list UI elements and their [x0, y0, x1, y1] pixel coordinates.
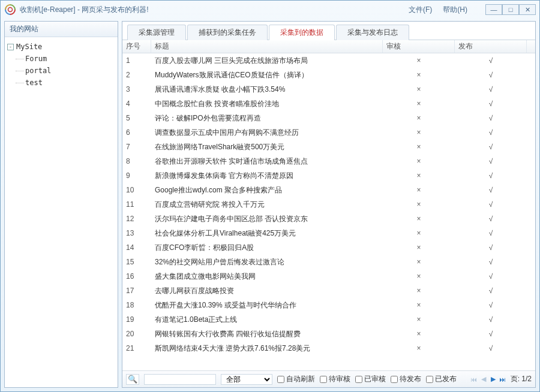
cell-publish: √: [455, 143, 527, 151]
cell-title: 优酷开盘大涨10.39% 或受益与时代华纳合作: [151, 300, 383, 310]
collapse-icon[interactable]: -: [7, 44, 14, 50]
menu-file[interactable]: 文件(F): [409, 5, 432, 15]
table-row[interactable]: 16盛大集团成立微电影网站美我网×√: [122, 269, 535, 284]
first-page-icon[interactable]: ⏮: [470, 375, 478, 384]
table-row[interactable]: 18优酷开盘大涨10.39% 或受益与时代华纳合作×√: [122, 298, 535, 312]
cell-seq: 5: [122, 114, 151, 122]
sidebar: 我的网站 - MySite Forumportaltest: [4, 21, 118, 388]
table-row[interactable]: 8谷歌推出开源聊天软件 实时通信市场成角逐焦点×√: [122, 154, 535, 168]
tab[interactable]: 采集源管理: [127, 25, 186, 40]
cell-publish: √: [455, 330, 527, 338]
cell-seq: 15: [122, 258, 151, 266]
sidebar-header: 我的网站: [5, 22, 118, 37]
tab[interactable]: 采集到的数据: [269, 25, 335, 40]
tree-item[interactable]: portal: [7, 65, 115, 77]
app-window: 收割机[e-Reaper] - 网页采与发布的利器! 文件(F) 帮助(H) —…: [0, 0, 540, 392]
cell-review: ×: [383, 186, 455, 194]
cell-publish: √: [455, 215, 527, 223]
col-title[interactable]: 标题: [151, 40, 383, 53]
cell-title: 新浪微博爆发集体病毒 官方称尚不清楚原因: [151, 171, 383, 181]
window-controls: — □ ✕: [485, 4, 536, 15]
cell-seq: 21: [122, 344, 151, 352]
table-row[interactable]: 13社会化媒体分析工具Viralheat融资425万美元×√: [122, 226, 535, 240]
cell-title: 有道笔记1.0Beta正式上线: [151, 315, 383, 325]
cell-title: 社会化媒体分析工具Viralheat融资425万美元: [151, 228, 383, 239]
last-page-icon[interactable]: ⏭: [499, 375, 507, 384]
col-scrollbar-spacer: [527, 40, 535, 53]
cell-review: ×: [383, 71, 455, 79]
svg-point-0: [8, 8, 13, 12]
chk-pending-publish[interactable]: 待发布: [391, 374, 421, 384]
table-row[interactable]: 14百度CFO李昕晢：积极回归A股×√: [122, 240, 535, 255]
col-publish[interactable]: 发布: [455, 40, 527, 53]
table-row[interactable]: 19有道笔记1.0Beta正式上线×√: [122, 312, 535, 327]
cell-seq: 10: [122, 186, 151, 194]
cell-title: 展讯通讯遭浑水质疑 收盘小幅下跌3.54%: [151, 85, 383, 95]
cell-review: ×: [383, 56, 455, 65]
filter-select[interactable]: 全部: [221, 374, 272, 385]
cell-seq: 8: [122, 157, 151, 165]
cell-seq: 1: [122, 56, 151, 65]
cell-publish: √: [455, 99, 527, 108]
chk-published[interactable]: 已发布: [426, 374, 457, 384]
table-row[interactable]: 11百度成立营销研究院 将投入千万元×√: [122, 197, 535, 212]
table-row[interactable]: 12沃尔玛在沪建电子商务中国区总部 否认投资京东×√: [122, 212, 535, 226]
menu-bar: 文件(F) 帮助(H): [409, 5, 467, 15]
minimize-button[interactable]: —: [485, 4, 502, 15]
table-row[interactable]: 7在线旅游网络TravelShark融资500万美元×√: [122, 140, 535, 154]
cell-publish: √: [455, 243, 527, 252]
cell-publish: √: [455, 315, 527, 324]
chk-pending-review[interactable]: 待审核: [320, 374, 350, 384]
tree-item[interactable]: Forum: [7, 53, 115, 65]
tree-root[interactable]: - MySite: [7, 41, 115, 53]
cell-title: 调查数据显示五成中国用户有网购不满意经历: [151, 128, 383, 138]
grid-body[interactable]: 1百度入股去哪儿网 三巨头完成在线旅游市场布局×√2MuddyWaters致展讯…: [122, 53, 535, 370]
cell-review: ×: [383, 200, 455, 209]
table-row[interactable]: 21斯凯网络结束4天大涨 逆势大跌7.61%报7.28美元×√: [122, 341, 535, 355]
table-row[interactable]: 5评论：破解IPO外包需要流程再造×√: [122, 111, 535, 125]
cell-title: 沃尔玛在沪建电子商务中国区总部 否认投资京东: [151, 214, 383, 224]
table-row[interactable]: 20网银转账国有大行收费高 四银行收短信提醒费×√: [122, 327, 535, 341]
tab[interactable]: 采集与发布日志: [336, 25, 409, 40]
maximize-button[interactable]: □: [502, 4, 519, 15]
table-row[interactable]: 9新浪微博爆发集体病毒 官方称尚不清楚原因×√: [122, 168, 535, 183]
table-row[interactable]: 17去哪儿网获百度战略投资×√: [122, 284, 535, 298]
cell-seq: 3: [122, 85, 151, 94]
search-input[interactable]: [144, 374, 216, 385]
cell-review: ×: [383, 258, 455, 266]
tab[interactable]: 捕获到的采集任务: [187, 25, 268, 40]
cell-seq: 13: [122, 229, 151, 237]
close-button[interactable]: ✕: [519, 4, 536, 15]
col-review[interactable]: 审核: [383, 40, 455, 53]
table-row[interactable]: 1532%的社交网站用户曾后悔发表过激言论×√: [122, 255, 535, 269]
table-row[interactable]: 6调查数据显示五成中国用户有网购不满意经历×√: [122, 125, 535, 140]
table-row[interactable]: 4中国概念股忙自救 投资者瞄准股价洼地×√: [122, 97, 535, 111]
cell-review: ×: [383, 315, 455, 324]
cell-publish: √: [455, 114, 527, 122]
tree-item[interactable]: test: [7, 77, 115, 89]
table-row[interactable]: 2MuddyWaters致展讯通信CEO质疑信件（摘译）×√: [122, 68, 535, 82]
cell-review: ×: [383, 128, 455, 137]
site-tree: - MySite Forumportaltest: [5, 37, 118, 92]
cell-publish: √: [455, 157, 527, 165]
search-icon[interactable]: 🔍: [126, 374, 139, 385]
cell-title: 去哪儿网获百度战略投资: [151, 286, 383, 296]
chk-reviewed[interactable]: 已审核: [355, 374, 386, 384]
table-row[interactable]: 10Google推出wdyl.com 聚合多种搜索产品×√: [122, 183, 535, 197]
cell-review: ×: [383, 114, 455, 122]
table-row[interactable]: 3展讯通讯遭浑水质疑 收盘小幅下跌3.54%×√: [122, 82, 535, 97]
cell-review: ×: [383, 85, 455, 94]
footer-bar: 🔍 全部 自动刷新 待审核 已审核 待发布 已发布 ⏮ ◀ ▶ ⏭ 页: 1/2: [122, 370, 535, 387]
cell-publish: √: [455, 56, 527, 65]
cell-review: ×: [383, 171, 455, 180]
cell-title: 谷歌推出开源聊天软件 实时通信市场成角逐焦点: [151, 156, 383, 167]
next-page-icon[interactable]: ▶: [489, 375, 497, 384]
col-seq[interactable]: 序号: [122, 40, 151, 53]
chk-auto-refresh[interactable]: 自动刷新: [277, 374, 315, 384]
titlebar: 收割机[e-Reaper] - 网页采与发布的利器! 文件(F) 帮助(H) —…: [1, 1, 539, 19]
table-row[interactable]: 1百度入股去哪儿网 三巨头完成在线旅游市场布局×√: [122, 53, 535, 68]
menu-help[interactable]: 帮助(H): [443, 5, 467, 15]
prev-page-icon[interactable]: ◀: [479, 375, 488, 384]
cell-seq: 14: [122, 243, 151, 252]
cell-seq: 4: [122, 99, 151, 108]
